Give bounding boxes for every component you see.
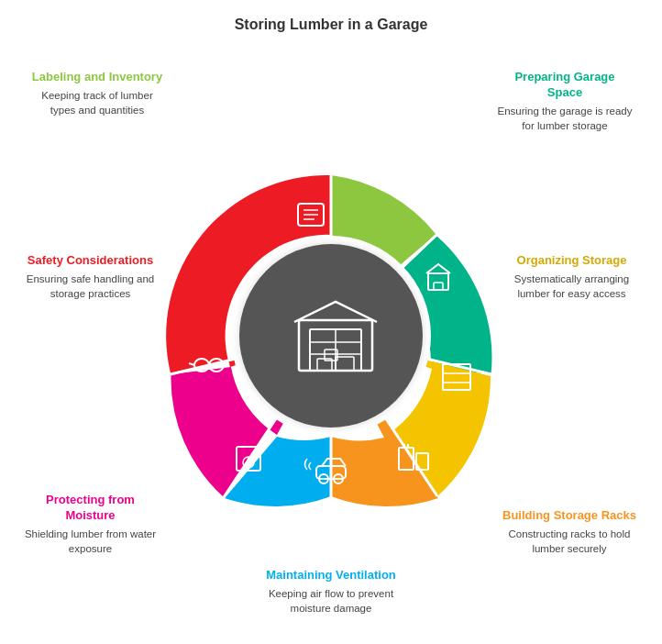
label-building-title: Building Storage Racks xyxy=(501,508,638,524)
label-preparing-title: Preparing Garage Space xyxy=(496,70,634,101)
label-moisture-desc: Shielding lumber from water exposure xyxy=(24,527,157,556)
donut-chart xyxy=(157,161,505,510)
label-safety-title: Safety Considerations xyxy=(24,253,157,269)
svg-point-8 xyxy=(239,244,423,427)
label-organizing-desc: Systematically arranging lumber for easy… xyxy=(505,272,638,301)
label-ventilation: Maintaining Ventilation Keeping air flow… xyxy=(260,568,403,616)
label-building-desc: Constructing racks to hold lumber secure… xyxy=(501,527,638,556)
page-title: Storing Lumber in a Garage xyxy=(235,17,428,33)
label-moisture: Protecting from Moisture Shielding lumbe… xyxy=(24,493,157,556)
label-ventilation-title: Maintaining Ventilation xyxy=(260,568,403,583)
label-labeling: Labeling and Inventory Keeping track of … xyxy=(28,70,166,117)
label-organizing-title: Organizing Storage xyxy=(505,253,638,269)
svg-line-38 xyxy=(224,363,229,365)
label-safety-desc: Ensuring safe handling and storage pract… xyxy=(24,272,157,301)
label-labeling-desc: Keeping track of lumber types and quanti… xyxy=(28,88,166,117)
diagram-container: Labeling and Inventory Keeping track of … xyxy=(19,42,643,629)
label-moisture-title: Protecting from Moisture xyxy=(24,493,157,524)
label-preparing: Preparing Garage Space Ensuring the gara… xyxy=(496,70,634,133)
label-building: Building Storage Racks Constructing rack… xyxy=(501,508,638,556)
label-organizing: Organizing Storage Systematically arrang… xyxy=(505,253,638,301)
label-ventilation-desc: Keeping air flow to prevent moisture dam… xyxy=(260,586,403,616)
label-preparing-desc: Ensuring the garage is ready for lumber … xyxy=(496,104,634,133)
label-safety: Safety Considerations Ensuring safe hand… xyxy=(24,253,157,301)
label-labeling-title: Labeling and Inventory xyxy=(28,70,166,85)
